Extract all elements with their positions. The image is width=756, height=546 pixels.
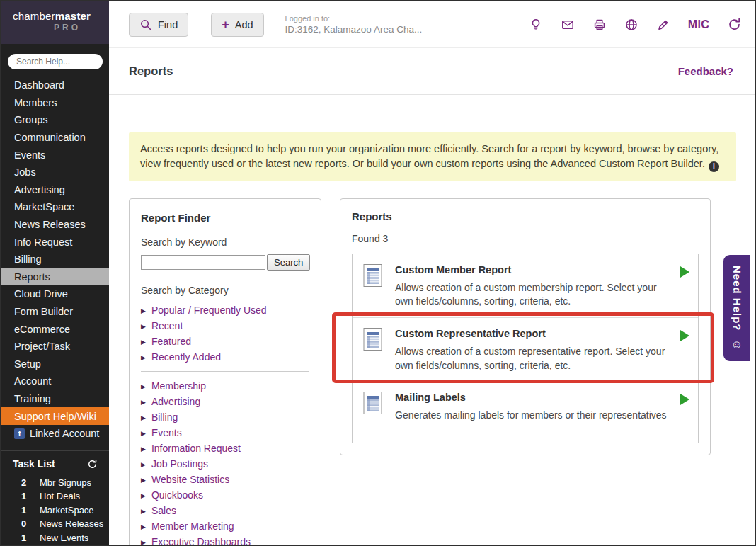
report-document-icon: [361, 390, 385, 434]
category-recent[interactable]: Recent: [141, 318, 309, 334]
print-icon[interactable]: [592, 18, 607, 32]
task-row[interactable]: 2Mbr Signups: [1, 475, 109, 489]
report-description: Allows creation of a custom representati…: [395, 345, 670, 372]
category-advertising[interactable]: Advertising: [141, 394, 309, 409]
category-executive-dashboards[interactable]: Executive Dashboards: [141, 534, 309, 546]
globe-icon[interactable]: [624, 18, 638, 32]
smiley-face-icon: [731, 339, 743, 351]
task-count: 1: [21, 505, 31, 516]
mail-icon[interactable]: [561, 18, 575, 32]
search-icon: [139, 18, 152, 31]
find-button[interactable]: Find: [129, 13, 188, 37]
task-label: News Releases: [40, 518, 103, 529]
task-refresh-icon[interactable]: [87, 459, 98, 470]
task-count: 0: [21, 518, 31, 529]
feedback-link[interactable]: Feedback?: [678, 65, 733, 77]
need-help-tab[interactable]: Need Help?: [723, 255, 750, 361]
edit-pencil-icon[interactable]: [656, 18, 670, 32]
report-row-text: Custom Member Report Allows creation of …: [395, 263, 670, 309]
category-member-marketing[interactable]: Member Marketing: [141, 518, 309, 534]
report-row-custom-representative-report[interactable]: Custom Representative Report Allows crea…: [353, 318, 698, 382]
content-area: Access reports designed to help you run …: [109, 95, 755, 546]
category-popular-frequently-used[interactable]: Popular / Frequently Used: [141, 302, 309, 318]
sidebar-item-reports[interactable]: Reports: [1, 268, 109, 286]
brand-name-light: chamber: [13, 10, 55, 22]
sidebar-item-groups[interactable]: Groups: [1, 111, 109, 129]
sidebar-item-members[interactable]: Members: [1, 94, 109, 112]
lightbulb-icon[interactable]: [529, 18, 543, 32]
sidebar-item-linked-account[interactable]: Linked Account: [1, 425, 109, 443]
page-title-bar: Reports Feedback?: [109, 48, 755, 95]
report-document-icon: [361, 326, 385, 372]
category-label: Search by Category: [141, 285, 309, 296]
sidebar-item-setup[interactable]: Setup: [1, 356, 109, 373]
refresh-icon[interactable]: [727, 17, 742, 32]
linked-account-label: Linked Account: [30, 428, 99, 439]
sidebar-item-advertising[interactable]: Advertising: [1, 181, 109, 199]
brand-name-bold: master: [55, 10, 91, 22]
category-website-statistics[interactable]: Website Statistics: [141, 472, 309, 487]
sidebar-item-training[interactable]: Training: [1, 390, 109, 408]
report-title: Mailing Labels: [395, 392, 670, 403]
task-count: 1: [21, 533, 31, 543]
plus-icon: [222, 18, 229, 31]
report-row-text: Custom Representative Report Allows crea…: [395, 326, 670, 372]
report-title: Custom Member Report: [395, 264, 670, 275]
sidebar-item-info-request[interactable]: Info Request: [1, 233, 109, 251]
report-finder-panel: Report Finder Search by Keyword Search S…: [129, 198, 321, 546]
run-report-arrow-icon[interactable]: [680, 266, 689, 278]
add-button-label: Add: [235, 19, 253, 30]
category-events[interactable]: Events: [141, 425, 309, 440]
add-button[interactable]: Add: [211, 13, 263, 37]
report-row-custom-member-report[interactable]: Custom Member Report Allows creation of …: [353, 254, 698, 318]
reports-panel-title: Reports: [352, 210, 699, 222]
sidebar-item-support-help-wiki[interactable]: Support Help/Wiki: [1, 407, 109, 425]
sidebar-item-cloud-drive[interactable]: Cloud Drive: [1, 285, 109, 303]
sidebar-item-billing[interactable]: Billing: [1, 251, 109, 268]
sidebar-item-events[interactable]: Events: [1, 146, 109, 164]
keyword-label: Search by Keyword: [141, 237, 309, 248]
run-report-arrow-icon[interactable]: [680, 330, 689, 341]
task-row[interactable]: 0News Releases: [1, 517, 109, 531]
info-notice-text: Access reports designed to help you run …: [140, 143, 718, 169]
sidebar-item-news-releases[interactable]: News Releases: [1, 216, 109, 234]
topbar: Find Add Logged in to: ID:3162, Kalamazo…: [109, 1, 755, 48]
category-job-postings[interactable]: Job Postings: [141, 456, 309, 472]
mic-label[interactable]: MIC: [688, 18, 709, 31]
info-icon[interactable]: [709, 161, 719, 172]
logged-in-value: ID:3162, Kalamazoo Area Cha...: [285, 24, 423, 35]
sidebar-item-marketspace[interactable]: MarketSpace: [1, 198, 109, 216]
category-sales[interactable]: Sales: [141, 503, 309, 518]
category-billing[interactable]: Billing: [141, 409, 309, 425]
sidebar-item-jobs[interactable]: Jobs: [1, 164, 109, 181]
report-list: Custom Member Report Allows creation of …: [352, 254, 699, 443]
task-label: MarketSpace: [40, 505, 94, 516]
category-featured[interactable]: Featured: [141, 334, 309, 349]
task-label: New Events: [40, 533, 88, 543]
find-button-label: Find: [158, 19, 178, 30]
keyword-input[interactable]: [141, 255, 265, 270]
report-row-mailing-labels[interactable]: Mailing Labels Generates mailing labels …: [353, 382, 698, 443]
app-window: chambermaster PRO Dashboard Members Grou…: [0, 0, 756, 546]
sidebar-item-communication[interactable]: Communication: [1, 129, 109, 147]
sidebar-item-project-task[interactable]: Project/Task: [1, 338, 109, 356]
category-membership[interactable]: Membership: [141, 378, 309, 394]
sidebar: chambermaster PRO Dashboard Members Grou…: [1, 1, 109, 545]
help-search-input[interactable]: [8, 54, 103, 69]
task-row[interactable]: 1New Events: [1, 530, 109, 545]
category-quickbooks[interactable]: Quickbooks: [141, 487, 309, 503]
sidebar-item-dashboard[interactable]: Dashboard: [1, 76, 109, 94]
task-count: 2: [21, 477, 31, 488]
logged-in-block: Logged in to: ID:3162, Kalamazoo Area Ch…: [285, 14, 423, 35]
task-row[interactable]: 1Hot Deals: [1, 489, 109, 504]
category-information-request[interactable]: Information Request: [141, 440, 309, 456]
task-row[interactable]: 1MarketSpace: [1, 503, 109, 517]
sidebar-item-account[interactable]: Account: [1, 372, 109, 390]
keyword-search-button[interactable]: Search: [267, 254, 310, 271]
page-title: Reports: [129, 64, 173, 78]
sidebar-item-ecommerce[interactable]: eCommerce: [1, 320, 109, 338]
sidebar-item-form-builder[interactable]: Form Builder: [1, 303, 109, 321]
category-recently-added[interactable]: Recently Added: [141, 349, 309, 365]
reports-found-count: Found 3: [352, 233, 699, 244]
run-report-arrow-icon[interactable]: [680, 394, 689, 405]
